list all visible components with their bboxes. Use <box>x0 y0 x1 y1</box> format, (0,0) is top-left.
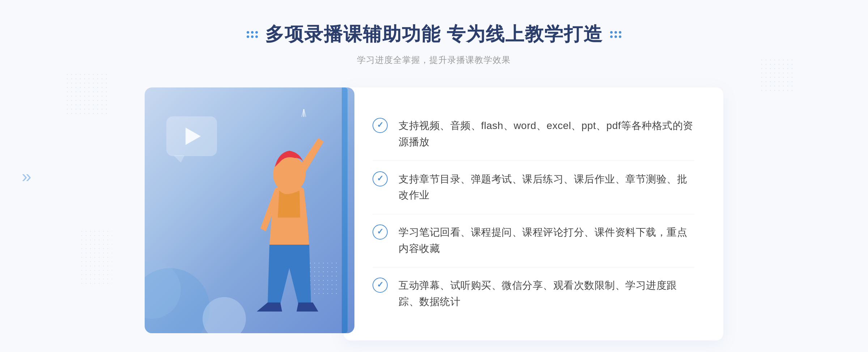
dot <box>251 31 254 34</box>
dot <box>247 35 249 38</box>
check-icon-1: ✓ <box>373 118 388 133</box>
arrow-left-decoration: » <box>22 166 31 186</box>
checkmark-2: ✓ <box>377 175 383 183</box>
checkmark-1: ✓ <box>377 121 383 129</box>
title-dots-right <box>610 31 621 38</box>
play-button-area <box>166 116 217 156</box>
play-bubble <box>166 116 217 156</box>
dot <box>619 35 621 38</box>
feature-item-3: ✓ 学习笔记回看、课程提问、课程评论打分、课件资料下载，重点内容收藏 <box>373 217 694 264</box>
dots-decoration-bottom <box>80 229 112 287</box>
dots-decoration-right <box>760 58 796 94</box>
feature-text-2: 支持章节目录、弹题考试、课后练习、课后作业、章节测验、批改作业 <box>399 171 694 204</box>
feature-item-4: ✓ 互动弹幕、试听购买、微信分享、观看次数限制、学习进度跟踪、数据统计 <box>373 270 694 317</box>
divider-1 <box>373 160 694 161</box>
feature-text-3: 学习笔记回看、课程提问、课程评论打分、课件资料下载，重点内容收藏 <box>399 224 694 257</box>
checkmark-4: ✓ <box>377 281 383 289</box>
checkmark-3: ✓ <box>377 228 383 236</box>
divider-2 <box>373 214 694 214</box>
feature-item-1: ✓ 支持视频、音频、flash、word、excel、ppt、pdf等各种格式的… <box>373 111 694 158</box>
dot <box>610 35 613 38</box>
title-wrapper: 多项录播课辅助功能 专为线上教学打造 <box>247 22 621 47</box>
feature-item-2: ✓ 支持章节目录、弹题考试、课后练习、课后作业、章节测验、批改作业 <box>373 164 694 211</box>
dot <box>614 35 617 38</box>
illustration-background <box>145 87 354 333</box>
info-panel: ✓ 支持视频、音频、flash、word、excel、ppt、pdf等各种格式的… <box>344 87 723 340</box>
dot <box>251 35 254 38</box>
play-triangle-icon <box>186 128 201 145</box>
check-icon-4: ✓ <box>373 278 388 293</box>
title-dots-left <box>247 31 258 38</box>
dot <box>247 31 249 34</box>
page-subtitle: 学习进度全掌握，提升录播课教学效果 <box>247 54 621 66</box>
illustration-panel <box>145 87 354 340</box>
dot <box>610 31 613 34</box>
page-title: 多项录播课辅助功能 专为线上教学打造 <box>265 22 603 47</box>
check-icon-3: ✓ <box>373 224 388 240</box>
dots-decoration-left <box>65 72 109 116</box>
divider-3 <box>373 267 694 267</box>
dot <box>255 31 258 34</box>
page-wrapper: » 多项录播课辅助功能 专为线上教学打造 学习进度全掌握，提升录播课教学效 <box>0 0 868 352</box>
dot <box>255 35 258 38</box>
header-section: 多项录播课辅助功能 专为线上教学打造 学习进度全掌握，提升录播课教学效果 <box>247 22 621 66</box>
feature-text-4: 互动弹幕、试听购买、微信分享、观看次数限制、学习进度跟踪、数据统计 <box>399 278 694 310</box>
check-icon-2: ✓ <box>373 171 388 186</box>
panel-accent-border <box>342 87 348 333</box>
dot <box>619 31 621 34</box>
feature-text-1: 支持视频、音频、flash、word、excel、ppt、pdf等各种格式的资源… <box>399 118 694 150</box>
person-illustration <box>224 116 347 333</box>
main-content: ✓ 支持视频、音频、flash、word、excel、ppt、pdf等各种格式的… <box>145 87 723 340</box>
dot <box>614 31 617 34</box>
